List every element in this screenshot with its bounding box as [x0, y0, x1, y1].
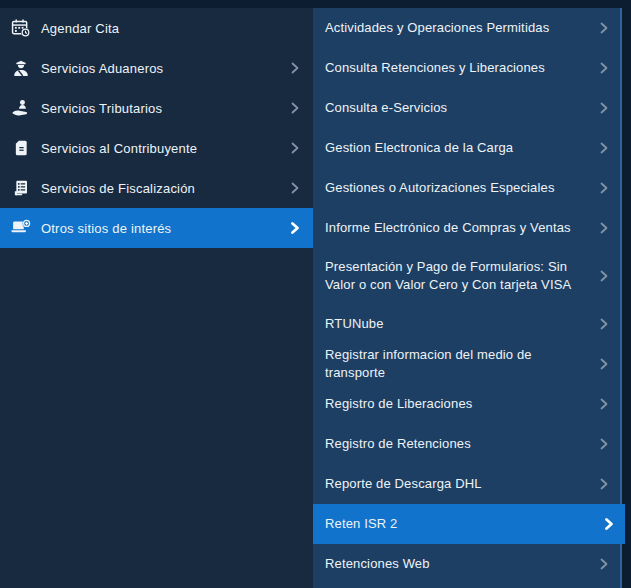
form-list-icon — [9, 176, 33, 200]
chevron-right-icon — [598, 62, 610, 74]
sidebar-item-label: Servicios de Fiscalización — [41, 181, 289, 196]
submenu-item-actividades-y-operaciones-permitidas[interactable]: Actividades y Operaciones Permitidas — [313, 8, 620, 48]
submenu-item-gestiones-o-autorizaciones-especiales[interactable]: Gestiones o Autorizaciones Especiales — [313, 168, 620, 208]
submenu-item-registro-de-retenciones[interactable]: Registro de Retenciones — [313, 424, 620, 464]
chevron-right-icon — [289, 182, 301, 194]
sidebar-item-label: Servicios Tributarios — [41, 101, 289, 116]
submenu-item-label: RTUNube — [325, 315, 598, 333]
sidebar-item-servicios-de-fiscalizacion[interactable]: Servicios de Fiscalización — [0, 168, 313, 208]
sidebar-item-servicios-tributarios[interactable]: Servicios Tributarios — [0, 88, 313, 128]
submenu-item-informe-electronico-de-compras-y-ventas[interactable]: Informe Electrónico de Compras y Ventas — [313, 208, 620, 248]
submenu-item-label: Registrar informacion del medio de trans… — [325, 346, 598, 383]
chevron-right-icon — [289, 222, 301, 234]
hand-person-icon — [9, 96, 33, 120]
chevron-right-icon — [289, 62, 301, 74]
submenu-item-label: Consulta e-Servicios — [325, 99, 598, 117]
chevron-right-icon — [598, 142, 610, 154]
submenu-item-registro-de-liberaciones[interactable]: Registro de Liberaciones — [313, 384, 620, 424]
submenu-item-retenciones-web[interactable]: Retenciones Web — [313, 544, 620, 584]
calendar-clock-icon — [9, 16, 33, 40]
submenu-item-label: Registro de Retenciones — [325, 435, 598, 453]
submenu-item-label: Gestion Electronica de la Carga — [325, 139, 598, 157]
chevron-right-icon — [598, 438, 610, 450]
sidebar-item-servicios-aduaneros[interactable]: Servicios Aduaneros — [0, 48, 313, 88]
submenu-item-label: Consulta Retenciones y Liberaciones — [325, 59, 598, 77]
chevron-right-icon — [603, 518, 615, 530]
submenu-item-gestion-electronica-de-la-carga[interactable]: Gestion Electronica de la Carga — [313, 128, 620, 168]
submenu-item-registrar-informacion-del-medio-de-transporte[interactable]: Registrar informacion del medio de trans… — [313, 344, 620, 384]
chevron-right-icon — [598, 22, 610, 34]
chevron-right-icon — [598, 270, 610, 282]
chevron-right-icon — [598, 558, 610, 570]
sidebar-item-servicios-al-contribuyente[interactable]: Servicios al Contribuyente — [0, 128, 313, 168]
chevron-right-icon — [598, 182, 610, 194]
chevron-right-icon — [598, 398, 610, 410]
document-icon — [9, 136, 33, 160]
submenu-item-reporte-de-descarga-dhl[interactable]: Reporte de Descarga DHL — [313, 464, 620, 504]
chevron-right-icon — [598, 318, 610, 330]
submenu-item-label: Retenciones Web — [325, 555, 598, 573]
submenu-item-label: Registro de Liberaciones — [325, 395, 598, 413]
chevron-right-icon — [289, 102, 301, 114]
sidebar-item-label: Agendar Cita — [41, 21, 289, 36]
sidebar-item-label: Servicios al Contribuyente — [41, 141, 289, 156]
submenu-item-label: Informe Electrónico de Compras y Ventas — [325, 219, 598, 237]
submenu-item-label: Reporte de Descarga DHL — [325, 475, 598, 493]
submenu-panel: Actividades y Operaciones Permitidas Con… — [313, 8, 620, 588]
chevron-right-icon — [598, 102, 610, 114]
submenu-item-label: Reten ISR 2 — [325, 515, 603, 533]
chevron-right-icon — [598, 222, 610, 234]
submenu-item-reten-isr-2[interactable]: Reten ISR 2 — [313, 504, 625, 544]
sidebar-item-otros-sitios-de-interes[interactable]: Otros sitios de interés — [0, 208, 313, 248]
submenu-panel-edge — [620, 8, 622, 588]
sidebar-item-label: Servicios Aduaneros — [41, 61, 289, 76]
main-menu-sidebar: Agendar Cita Servicios Aduaneros — [0, 8, 313, 588]
submenu-item-consulta-retenciones-y-liberaciones[interactable]: Consulta Retenciones y Liberaciones — [313, 48, 620, 88]
submenu-item-label: Actividades y Operaciones Permitidas — [325, 19, 598, 37]
submenu-item-presentacion-y-pago-de-formularios[interactable]: Presentación y Pago de Formularios: Sin … — [313, 248, 620, 304]
chevron-right-icon — [598, 358, 610, 370]
customs-officer-icon — [9, 56, 33, 80]
chevron-right-icon — [598, 478, 610, 490]
laptop-plus-icon — [9, 216, 33, 240]
submenu-item-rtunube[interactable]: RTUNube — [313, 304, 620, 344]
submenu-item-label: Gestiones o Autorizaciones Especiales — [325, 179, 598, 197]
chevron-right-icon — [289, 142, 301, 154]
submenu-item-consulta-e-servicios[interactable]: Consulta e-Servicios — [313, 88, 620, 128]
submenu-item-label: Presentación y Pago de Formularios: Sin … — [325, 258, 598, 295]
sidebar-item-label: Otros sitios de interés — [41, 221, 289, 236]
sidebar-item-agendar-cita[interactable]: Agendar Cita — [0, 8, 313, 48]
